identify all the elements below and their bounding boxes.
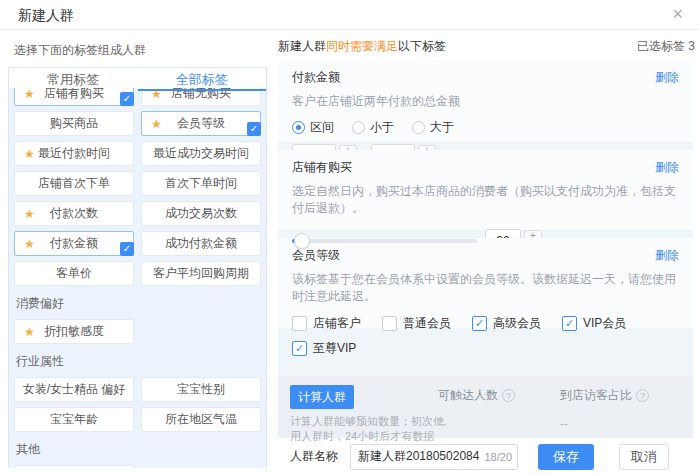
- radio-option[interactable]: 大于: [412, 119, 454, 136]
- tag-group-header: 其他: [16, 441, 260, 458]
- tag-button[interactable]: 最近成功交易时间: [141, 141, 261, 166]
- member-level-checkbox[interactable]: ✓VIP会员: [562, 315, 648, 332]
- tag-label: 折扣敏感度: [44, 323, 104, 340]
- config-header-suffix: 以下标签: [398, 39, 446, 53]
- close-icon[interactable]: ×: [672, 4, 683, 24]
- slider-track[interactable]: [292, 239, 477, 243]
- tag-button[interactable]: 购买商品: [14, 111, 134, 136]
- tag-button[interactable]: 女装/女士精品 偏好: [14, 377, 134, 402]
- dialog-header: 新建人群 ×: [0, 0, 699, 30]
- card-head: 付款金额 删除: [292, 69, 679, 86]
- card-desc: 客户在店铺近两年付款的总金额: [292, 93, 679, 110]
- tag-button[interactable]: ★店铺有购买✓: [14, 88, 134, 106]
- cancel-button[interactable]: 取消: [619, 444, 669, 470]
- member-level-checkbox[interactable]: ✓店铺客户: [292, 315, 378, 332]
- tag-button[interactable]: 宝宝年龄: [14, 407, 134, 432]
- visit-ratio-label: 到店访客占比: [560, 387, 632, 404]
- tag-label: 宝宝年龄: [50, 411, 98, 428]
- tag-button[interactable]: 宝宝性别: [141, 377, 261, 402]
- reachable-count-label: 可触达人数: [438, 387, 498, 404]
- star-icon: ★: [24, 88, 35, 101]
- create-audience-dialog: 新建人群 × 选择下面的标签组成人群 常用标签全部标签 ★店铺有购买✓★店铺无购…: [0, 0, 699, 475]
- member-level-checkbox[interactable]: ✓高级会员: [472, 315, 558, 332]
- condition-cards: 付款金额 删除 客户在店铺近两年付款的总金额 区间小于大于 +− - +− 元: [278, 60, 693, 475]
- tag-label: 所在地区气温: [165, 411, 237, 428]
- compute-audience-button[interactable]: 计算人群: [290, 385, 354, 409]
- tag-label: 最近付款时间: [38, 145, 110, 162]
- tag-button[interactable]: 首次下单时间: [141, 171, 261, 196]
- tag-container: 常用标签全部标签 ★店铺有购买✓★店铺无购买购买商品★会员等级✓★最近付款时间最…: [8, 67, 267, 467]
- help-icon[interactable]: ?: [502, 389, 515, 402]
- compute-note-line1: 计算人群能够预知数量；初次使: [290, 414, 460, 429]
- checkbox-label: 店铺客户: [313, 315, 361, 332]
- delete-link[interactable]: 删除: [655, 247, 679, 264]
- tab-all-tags[interactable]: 全部标签: [138, 68, 267, 88]
- audience-name-label: 人群名称: [290, 448, 338, 465]
- visit-ratio-column: 到店访客占比 ? --: [560, 387, 649, 431]
- tag-grid: ★折扣敏感度: [14, 319, 261, 344]
- reachable-count-value: --: [438, 417, 515, 431]
- card-member-level: 会员等级 删除 该标签基于您在会员体系中设置的会员等级。该数据延迟一天，请您使用…: [278, 238, 693, 328]
- checkbox-checked-icon: ✓: [247, 122, 261, 136]
- tag-button[interactable]: 成功付款金额: [141, 231, 261, 256]
- visit-ratio-value: --: [560, 417, 649, 431]
- tag-button[interactable]: ★付款金额✓: [14, 231, 134, 256]
- selected-tags-count: 已选标签 3: [637, 38, 695, 55]
- star-icon: ★: [24, 237, 35, 251]
- tag-button[interactable]: 会员激活状态: [14, 465, 134, 468]
- checkbox-label: VIP会员: [583, 315, 626, 332]
- delete-link[interactable]: 删除: [655, 69, 679, 86]
- member-level-checkbox[interactable]: ✓普通会员: [382, 315, 468, 332]
- tag-label: 付款金额: [50, 235, 98, 252]
- tag-label: 会员等级: [177, 115, 225, 132]
- card-title: 店铺有购买: [292, 159, 352, 176]
- radio-option[interactable]: 小于: [352, 119, 394, 136]
- checkbox-icon: ✓: [382, 316, 397, 331]
- radio-icon: [352, 121, 365, 134]
- checkbox-label: 普通会员: [403, 315, 451, 332]
- help-icon[interactable]: ?: [636, 389, 649, 402]
- tag-label: 首次下单时间: [165, 175, 237, 192]
- compute-section: 计算人群 计算人群能够预知数量；初次使 用人群时，24小时后才有数据 可触达人数…: [278, 376, 693, 438]
- checkbox-checked-icon: ✓: [120, 92, 134, 106]
- config-header-highlight: 同时需要满足: [326, 39, 398, 53]
- tag-list: ★店铺有购买✓★店铺无购买购买商品★会员等级✓★最近付款时间最近成功交易时间店铺…: [9, 88, 266, 468]
- audience-config-panel: 新建人群同时需要满足以下标签 已选标签 3 付款金额 删除 客户在店铺近两年付款…: [278, 30, 699, 475]
- radio-selected-icon: [292, 121, 305, 134]
- range-mode-radios: 区间小于大于: [292, 119, 679, 136]
- tag-button[interactable]: 客单价: [14, 261, 134, 286]
- star-icon: ★: [24, 325, 35, 339]
- delete-link[interactable]: 删除: [655, 159, 679, 176]
- radio-option[interactable]: 区间: [292, 119, 334, 136]
- compute-note-line2: 用人群时，24小时后才有数据: [290, 429, 460, 444]
- tag-tabs: 常用标签全部标签: [9, 68, 266, 88]
- tag-button[interactable]: 成功交易次数: [141, 201, 261, 226]
- card-shop-purchase: 店铺有购买 删除 选定自然日内，购买过本店商品的消费者（购买以支付成功为准，包括…: [278, 150, 693, 230]
- tag-grid: 会员激活状态: [14, 465, 261, 468]
- tag-button[interactable]: ★会员等级✓: [141, 111, 261, 136]
- card-payment-amount: 付款金额 删除 客户在店铺近两年付款的总金额 区间小于大于 +− - +− 元: [278, 60, 693, 142]
- tag-button[interactable]: 客户平均回购周期: [141, 261, 261, 286]
- slider-handle[interactable]: [294, 233, 310, 249]
- tag-label: 购买商品: [50, 115, 98, 132]
- tag-button[interactable]: ★最近付款时间: [14, 141, 134, 166]
- tag-button[interactable]: 店铺首次下单: [14, 171, 134, 196]
- checkbox-icon: ✓: [292, 316, 307, 331]
- tab-common-tags[interactable]: 常用标签: [9, 68, 138, 88]
- save-button[interactable]: 保存: [538, 444, 594, 470]
- card-desc: 该标签基于您在会员体系中设置的会员等级。该数据延迟一天，请您使用时注意此延迟。: [292, 271, 679, 305]
- star-icon: ★: [24, 147, 35, 161]
- checkbox-checked-icon: ✓: [120, 242, 134, 256]
- tag-label: 客户平均回购周期: [153, 265, 249, 282]
- col-header: 到店访客占比 ?: [560, 387, 649, 404]
- tag-button[interactable]: ★付款次数: [14, 201, 134, 226]
- spacer: [278, 336, 693, 376]
- tag-group-header: 消费偏好: [16, 295, 260, 312]
- card-title: 付款金额: [292, 69, 340, 86]
- tag-label: 最近成功交易时间: [153, 145, 249, 162]
- tag-grid: ★店铺有购买✓★店铺无购买购买商品★会员等级✓★最近付款时间最近成功交易时间店铺…: [14, 88, 261, 286]
- tag-button[interactable]: 所在地区气温: [141, 407, 261, 432]
- checkbox-label: 高级会员: [493, 315, 541, 332]
- tag-button[interactable]: ★折扣敏感度: [14, 319, 134, 344]
- star-icon: ★: [151, 117, 162, 131]
